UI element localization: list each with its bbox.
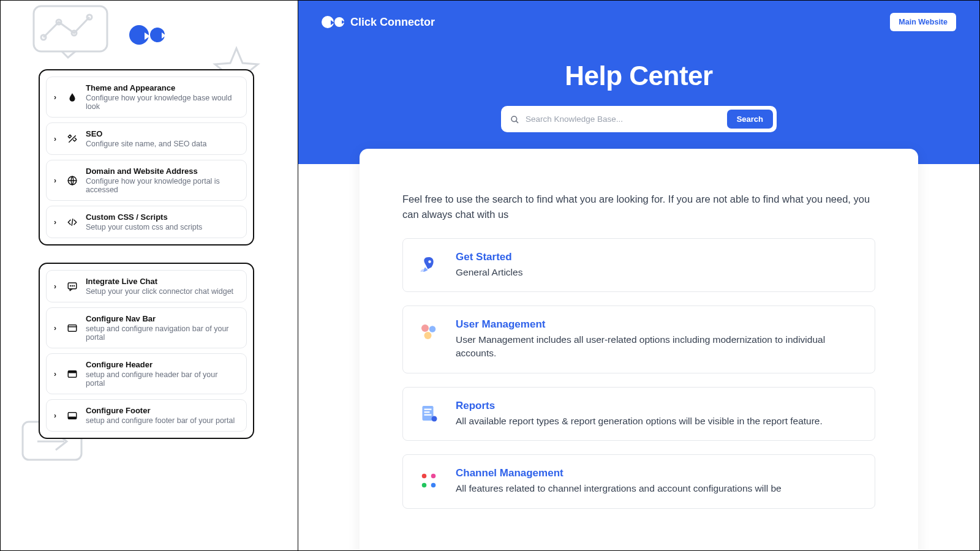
- content-card: Feel free to use the search to find what…: [360, 149, 918, 551]
- chevron-right-icon: ›: [54, 324, 59, 332]
- topic-get-started[interactable]: Get StartedGeneral Articles: [402, 238, 875, 292]
- config-row-integrate-live-chat[interactable]: ›Integrate Live ChatSetup your your clic…: [46, 270, 247, 302]
- config-row-desc: Setup your custom css and scripts: [86, 223, 239, 231]
- topic-desc: All available report types & report gene…: [456, 414, 860, 428]
- brand-logo-icon: [129, 25, 165, 45]
- config-row-desc: Configure how your knowledge portal is a…: [86, 177, 239, 194]
- config-row-title: Configure Footer: [86, 406, 239, 415]
- svg-point-22: [429, 326, 436, 332]
- layout-top-icon: [66, 322, 78, 334]
- svg-rect-25: [424, 408, 432, 410]
- tools-icon: [66, 133, 78, 145]
- chevron-right-icon: ›: [54, 135, 59, 143]
- config-row-title: Theme and Appearance: [86, 83, 239, 92]
- page-title: Help Center: [322, 61, 956, 91]
- chevron-right-icon: ›: [54, 176, 59, 185]
- svg-point-20: [428, 260, 431, 263]
- svg-point-28: [432, 416, 437, 421]
- config-row-title: Configure Header: [86, 360, 239, 369]
- topic-desc: General Articles: [456, 266, 860, 279]
- config-group-layout: ›Integrate Live ChatSetup your your clic…: [39, 263, 254, 439]
- topic-channel-management[interactable]: Channel ManagementAll features related t…: [402, 454, 875, 508]
- users-icon: [418, 321, 440, 343]
- config-row-custom-css-scripts[interactable]: ›Custom CSS / ScriptsSetup your custom c…: [46, 206, 247, 238]
- config-row-title: Domain and Website Address: [86, 167, 239, 176]
- main-website-button[interactable]: Main Website: [890, 13, 956, 31]
- code-icon: [66, 216, 78, 228]
- svg-rect-12: [68, 324, 77, 331]
- config-row-desc: Configure how your knowledge base would …: [86, 94, 239, 111]
- config-row-desc: Configure site name, and SEO data: [86, 140, 239, 148]
- config-row-desc: Setup your your click connector chat wid…: [86, 287, 239, 296]
- config-row-title: Integrate Live Chat: [86, 277, 239, 286]
- channels-icon: [418, 470, 440, 492]
- topic-user-management[interactable]: User ManagementUser Management includes …: [402, 305, 875, 373]
- svg-point-18: [511, 116, 517, 122]
- config-row-title: Configure Nav Bar: [86, 314, 239, 323]
- topic-reports[interactable]: ReportsAll available report types & repo…: [402, 387, 875, 441]
- config-row-theme-and-appearance[interactable]: ›Theme and AppearanceConfigure how your …: [46, 77, 247, 118]
- search-input[interactable]: [526, 114, 721, 124]
- layout-footer-icon: [66, 410, 78, 422]
- chevron-right-icon: ›: [54, 411, 59, 420]
- help-center-preview: Click Connector Main Website Help Center…: [298, 1, 979, 550]
- rocket-icon: [418, 253, 440, 276]
- svg-point-9: [70, 285, 71, 286]
- hero-brand: Click Connector: [322, 16, 435, 29]
- svg-point-11: [74, 285, 75, 286]
- brand-name: Click Connector: [350, 16, 435, 29]
- chevron-right-icon: ›: [54, 370, 59, 378]
- topic-title: Reports: [456, 400, 860, 412]
- svg-rect-0: [34, 6, 107, 51]
- hero: Click Connector Main Website Help Center…: [298, 1, 979, 164]
- chevron-right-icon: ›: [54, 282, 59, 291]
- svg-line-19: [516, 121, 518, 122]
- config-row-configure-nav-bar[interactable]: ›Configure Nav Barsetup and configure na…: [46, 307, 247, 348]
- globe-icon: [66, 174, 78, 187]
- svg-point-30: [431, 474, 436, 479]
- layout-header-icon: [66, 368, 78, 380]
- chevron-right-icon: ›: [54, 218, 59, 227]
- config-row-configure-footer[interactable]: ›Configure Footersetup and configure foo…: [46, 399, 247, 432]
- topic-desc: All features related to channel intergra…: [456, 482, 860, 495]
- svg-rect-27: [424, 414, 432, 415]
- config-row-configure-header[interactable]: ›Configure Headersetup and configure hea…: [46, 353, 247, 394]
- svg-rect-26: [424, 411, 430, 413]
- intro-text: Feel free to use the search to find what…: [402, 192, 875, 222]
- svg-point-29: [422, 474, 427, 479]
- config-row-desc: setup and configure header bar of your p…: [86, 370, 239, 388]
- topic-title: Get Started: [456, 251, 860, 263]
- svg-rect-15: [68, 370, 77, 373]
- report-icon: [418, 402, 440, 424]
- config-row-domain-and-website-address[interactable]: ›Domain and Website AddressConfigure how…: [46, 160, 247, 201]
- config-row-seo[interactable]: ›SEOConfigure site name, and SEO data: [46, 122, 247, 155]
- config-row-title: Custom CSS / Scripts: [86, 212, 239, 222]
- search-icon: [510, 114, 519, 124]
- search-bar: Search: [501, 106, 777, 132]
- chevron-right-icon: ›: [54, 93, 59, 102]
- brand-logo-icon: [322, 16, 344, 28]
- svg-line-7: [72, 219, 73, 225]
- topic-title: User Management: [456, 318, 860, 331]
- config-row-desc: setup and configure navigation bar of yo…: [86, 324, 239, 342]
- config-group-appearance: ›Theme and AppearanceConfigure how your …: [39, 69, 254, 246]
- svg-point-21: [421, 324, 429, 332]
- search-button[interactable]: Search: [727, 110, 773, 129]
- svg-point-23: [424, 332, 432, 339]
- topic-title: Channel Management: [456, 467, 860, 479]
- config-row-desc: setup and configure footer bar of your p…: [86, 416, 239, 425]
- doodle-chart-icon: [31, 4, 111, 59]
- svg-rect-17: [68, 416, 77, 419]
- svg-point-31: [422, 483, 427, 488]
- svg-point-32: [431, 483, 436, 488]
- topic-desc: User Management includes all user-relate…: [456, 333, 860, 361]
- svg-point-10: [72, 285, 73, 286]
- droplet-icon: [66, 91, 78, 103]
- config-row-title: SEO: [86, 129, 239, 138]
- left-panel: ›Theme and AppearanceConfigure how your …: [1, 1, 298, 550]
- chat-icon: [66, 280, 78, 293]
